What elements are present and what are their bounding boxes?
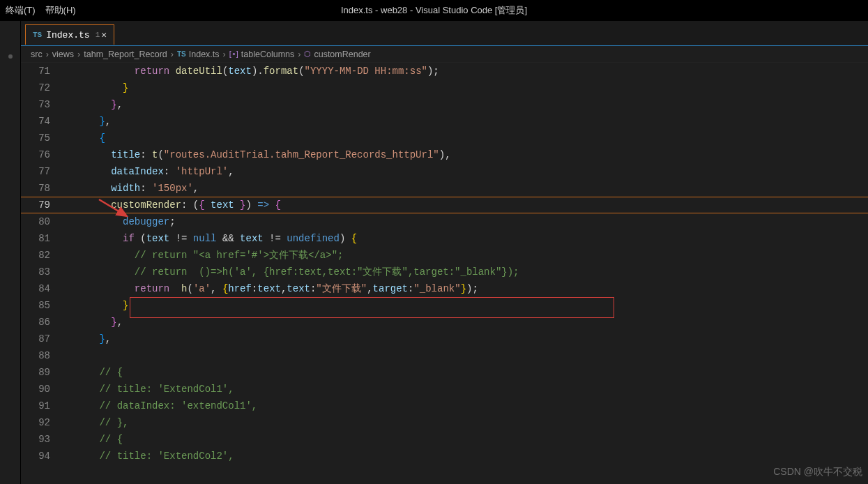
line-number: 77	[21, 163, 50, 180]
line-number: 80	[21, 213, 50, 230]
breadcrumb-sep: ›	[298, 50, 300, 59]
editor-area: TS Index.ts 1 ✕ src › views › tahm_Repor…	[21, 21, 868, 484]
code-line[interactable]: customRender: ({ text }) => {	[64, 197, 868, 213]
code-line[interactable]: debugger;	[64, 213, 868, 230]
breadcrumb-src[interactable]: src	[31, 50, 43, 59]
line-number: 73	[21, 96, 50, 113]
code-line[interactable]: // return "<a href='#'>文件下载</a>";	[64, 247, 868, 264]
breadcrumb-sep: ›	[77, 50, 80, 59]
code-line[interactable]: // title: 'ExtendCol1',	[64, 381, 868, 398]
window-title: Index.ts - web28 - Visual Studio Code [管…	[341, 4, 527, 17]
gutter: 7172737475767778798081828384858687888990…	[21, 63, 64, 484]
line-number: 74	[21, 113, 50, 130]
breadcrumb-sep: ›	[223, 50, 226, 59]
code-line[interactable]: return dateUtil(text).format("YYYY-MM-DD…	[64, 63, 868, 80]
tab-close-icon[interactable]: ✕	[101, 29, 107, 40]
code-line[interactable]: width: '150px',	[64, 180, 868, 197]
watermark: CSDN @吹牛不交税	[773, 466, 862, 478]
code-line[interactable]: return h('a', {href:text,text:"文件下载",tar…	[64, 280, 868, 297]
breadcrumb-folder[interactable]: tahm_Report_Record	[84, 50, 167, 59]
line-number: 90	[21, 381, 50, 398]
tab-label: Index.ts	[46, 30, 89, 40]
code-line[interactable]: dataIndex: 'httpUrl',	[64, 163, 868, 180]
breadcrumb-views[interactable]: views	[52, 50, 74, 59]
ts-file-icon: TS	[177, 50, 186, 58]
breadcrumb-symbol-tablecolumns[interactable]: [∘] tableColumns	[229, 50, 295, 59]
breadcrumbs[interactable]: src › views › tahm_Report_Record › TS In…	[21, 46, 868, 63]
activity-dot	[8, 54, 13, 59]
activity-bar	[0, 21, 21, 484]
main-area: TS Index.ts 1 ✕ src › views › tahm_Repor…	[0, 21, 868, 484]
breadcrumb-file[interactable]: TS Index.ts	[177, 50, 220, 59]
code-line[interactable]: },	[64, 96, 868, 113]
code-line[interactable]: },	[64, 331, 868, 347]
menu-terminal[interactable]: 终端(T)	[6, 4, 36, 17]
code-line[interactable]: // title: 'ExtendCol2',	[64, 448, 868, 464]
code-line[interactable]: title: t("routes.AuditTrial.tahm_Report_…	[64, 146, 868, 163]
line-number: 93	[21, 431, 50, 448]
tab-ts-icon: TS	[33, 31, 42, 39]
code-line[interactable]: }	[64, 297, 868, 314]
line-number: 85	[21, 297, 50, 314]
symbol-method-icon: ⬡	[304, 50, 311, 59]
line-number: 76	[21, 146, 50, 163]
line-number: 91	[21, 398, 50, 414]
line-number: 78	[21, 180, 50, 197]
code-line[interactable]: },	[64, 314, 868, 331]
code-line[interactable]: // },	[64, 414, 868, 431]
line-number: 71	[21, 63, 50, 80]
code-line[interactable]: // {	[64, 364, 868, 381]
line-number: 92	[21, 414, 50, 431]
symbol-array-icon: [∘]	[229, 50, 238, 59]
code-line[interactable]: if (text != null && text != undefined) {	[64, 230, 868, 247]
line-number: 83	[21, 264, 50, 280]
code-line[interactable]: // return ()=>h('a', {href:text,text:"文件…	[64, 264, 868, 280]
code-line[interactable]: },	[64, 113, 868, 130]
code-line[interactable]: // dataIndex: 'extendCol1',	[64, 398, 868, 414]
code-line[interactable]: }	[64, 80, 868, 96]
tabs-row: TS Index.ts 1 ✕	[21, 21, 868, 46]
line-number: 86	[21, 314, 50, 331]
code[interactable]: return dateUtil(text).format("YYYY-MM-DD…	[64, 63, 868, 484]
editor-body[interactable]: 7172737475767778798081828384858687888990…	[21, 63, 868, 484]
line-number: 89	[21, 364, 50, 381]
line-number: 84	[21, 280, 50, 297]
line-number: 94	[21, 448, 50, 464]
tab-index-ts[interactable]: TS Index.ts 1 ✕	[25, 24, 114, 45]
line-number: 75	[21, 130, 50, 146]
breadcrumb-sep: ›	[171, 50, 174, 59]
line-number: 87	[21, 331, 50, 347]
code-line[interactable]	[64, 347, 868, 364]
tab-modified-badge: 1	[96, 31, 100, 39]
breadcrumb-symbol-customrender[interactable]: ⬡ customRender	[304, 50, 370, 59]
breadcrumb-sep: ›	[46, 50, 49, 59]
line-number: 81	[21, 230, 50, 247]
line-number: 82	[21, 247, 50, 264]
code-line[interactable]: // {	[64, 431, 868, 448]
menu-help[interactable]: 帮助(H)	[45, 4, 76, 17]
code-line[interactable]: {	[64, 130, 868, 146]
menu-bar: 终端(T) 帮助(H) Index.ts - web28 - Visual St…	[0, 0, 868, 21]
line-number: 88	[21, 347, 50, 364]
line-number: 72	[21, 80, 50, 96]
